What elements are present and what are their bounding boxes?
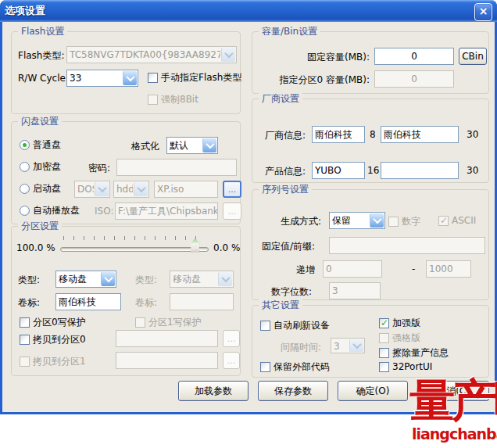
load-params-label: 加载参数 [195, 385, 232, 398]
slider-track[interactable] [60, 247, 209, 252]
cbin-label: CBin [462, 51, 484, 62]
load-params-button[interactable]: 加载参数 [178, 381, 248, 401]
part0-capacity-input: 0 [374, 70, 454, 88]
password-input [116, 159, 237, 176]
vendor-info-label: 厂商信息: [265, 129, 306, 142]
vol1-input [170, 293, 234, 310]
vol0-value: 雨伯科技 [59, 296, 96, 307]
iso-browse-button: ... [223, 202, 241, 220]
group-flash-settings: Flash设置 Flash类型: TC58NVG7TDKTA00{983AA89… [11, 31, 241, 114]
password-label: 密码: [88, 162, 110, 175]
boot-mode-combo: DOS [74, 181, 110, 198]
close-button[interactable]: × [474, 3, 492, 21]
copy0-input [116, 330, 218, 347]
encrypt-disk-radio[interactable]: 加密盘 [20, 160, 61, 174]
slider-ticks [63, 236, 202, 240]
vendor-long-input[interactable]: 雨伯科技 [381, 126, 459, 143]
chevron-down-icon [101, 272, 115, 286]
radio-icon [20, 184, 30, 194]
prefix-input [329, 237, 485, 254]
digits-count-input: 3 [329, 282, 381, 299]
interval-combo: 3 [331, 338, 365, 353]
chevron-down-icon [134, 182, 148, 196]
radio-icon [20, 206, 30, 216]
group-title-serial: 序列号设置 [259, 183, 312, 196]
right-percent-label: 0.0 % [213, 242, 240, 253]
radio-icon [20, 162, 30, 172]
chevron-down-icon [349, 339, 363, 352]
chevron-down-icon [95, 182, 109, 196]
rw-cycle-value: 33 [67, 70, 122, 86]
digits-count-value: 3 [332, 285, 338, 296]
increment-from-value: 0 [326, 263, 332, 274]
fixed-capacity-value: 0 [411, 51, 417, 62]
chevron-down-icon [123, 71, 137, 85]
gen-mode-value: 保留 [330, 213, 369, 228]
iso-path-value: F:\量产工具\Chipsbank\C [118, 206, 218, 217]
force-8bit-label: 强制8Bit [161, 93, 198, 106]
boot-iso-value: XP.iso [157, 184, 184, 195]
chevron-down-icon [370, 213, 384, 228]
force-format-checkbox: 强格版 [379, 332, 420, 345]
slider-handle[interactable] [191, 238, 199, 253]
checkbox-icon [379, 318, 389, 328]
copy0-checkbox[interactable]: 拷贝到分区0 [20, 333, 86, 346]
copy1-label: 拷贝到分区1 [33, 355, 86, 368]
enhanced-checkbox[interactable]: 加强版 [379, 317, 420, 330]
wp0-checkbox[interactable]: 分区0写保护 [20, 316, 86, 329]
ok-label: 确定(O) [356, 385, 390, 398]
wp1-label: 分区1写保护 [148, 316, 202, 329]
boot-disk-radio[interactable]: 启动盘 [20, 182, 61, 195]
group-partition-settings: 分区设置 100.0 % 0.0 % 类型: 移动盘 类型: 移动盘 [11, 226, 241, 376]
chevron-down-icon [221, 48, 235, 62]
checkbox-icon [379, 348, 389, 358]
format-combo[interactable]: 默认 [166, 137, 218, 154]
ellipsis-icon: ... [228, 185, 237, 194]
encrypt-disk-label: 加密盘 [33, 160, 61, 174]
window-title: 选项设置 [5, 4, 45, 18]
gen-mode-combo[interactable]: 保留 [329, 212, 385, 229]
watermark-logo: 量产吧 [409, 371, 497, 432]
type0-label: 类型: [18, 274, 40, 287]
enhanced-label: 加强版 [392, 317, 420, 330]
digit-label: 数字 [402, 215, 420, 228]
ok-button[interactable]: 确定(O) [338, 381, 408, 401]
save-params-button[interactable]: 保存参数 [258, 381, 328, 401]
product-short-input[interactable]: YUBO [312, 162, 365, 179]
ellipsis-icon: ... [228, 207, 237, 216]
keep-code-label: 保留外部代码 [274, 360, 330, 374]
cbin-button[interactable]: CBin [459, 48, 487, 65]
fixed-capacity-input[interactable]: 0 [374, 48, 454, 65]
auto-refresh-checkbox[interactable]: 自动刷新设备 [260, 319, 330, 332]
group-capacity-settings: 容量/Bin设置 固定容量(MB): 0 CBin 指定分区0 容量(MB): … [252, 31, 489, 94]
checkbox-icon [260, 362, 270, 372]
vendor-short-input[interactable]: 雨伯科技 [312, 126, 365, 143]
flash-type-value: TC58NVG7TDKTA00{983AA8927650} [67, 47, 220, 63]
normal-disk-radio[interactable]: 普通盘 [20, 138, 61, 152]
dialog-body: Flash设置 Flash类型: TC58NVG7TDKTA00{983AA89… [2, 22, 495, 412]
boot-browse-button[interactable]: ... [223, 181, 241, 198]
save-params-label: 保存参数 [274, 385, 312, 398]
product-short-value: YUBO [315, 165, 341, 176]
group-title-other: 其它设置 [259, 299, 302, 312]
autoplay-disk-label: 自动播放盘 [33, 204, 80, 217]
erase-info-checkbox[interactable]: 擦除量产信息 [379, 346, 449, 360]
group-title-flash: Flash设置 [18, 25, 67, 38]
keep-code-checkbox[interactable]: 保留外部代码 [260, 360, 330, 374]
partition-slider[interactable] [60, 235, 209, 256]
increment-to-value: 1000 [429, 263, 453, 274]
autoplay-disk-radio[interactable]: 自动播放盘 [20, 204, 80, 217]
checkbox-icon [388, 217, 399, 227]
ascii-checkbox: ASCII [438, 215, 476, 226]
rw-cycle-combo[interactable]: 33 [66, 70, 138, 87]
increment-label: 递增 [296, 263, 315, 277]
manual-flash-checkbox[interactable]: 手动指定Flash类型 [148, 71, 241, 84]
product-long-input[interactable] [381, 162, 459, 179]
type0-combo[interactable]: 移动盘 [55, 271, 116, 288]
group-title-vendor: 厂商设置 [259, 92, 302, 106]
ascii-label: ASCII [452, 215, 476, 226]
erase-info-label: 擦除量产信息 [392, 346, 449, 360]
vol0-input[interactable]: 雨伯科技 [55, 293, 121, 310]
interval-value: 3 [331, 339, 349, 353]
group-title-capacity: 容量/Bin设置 [259, 25, 320, 38]
